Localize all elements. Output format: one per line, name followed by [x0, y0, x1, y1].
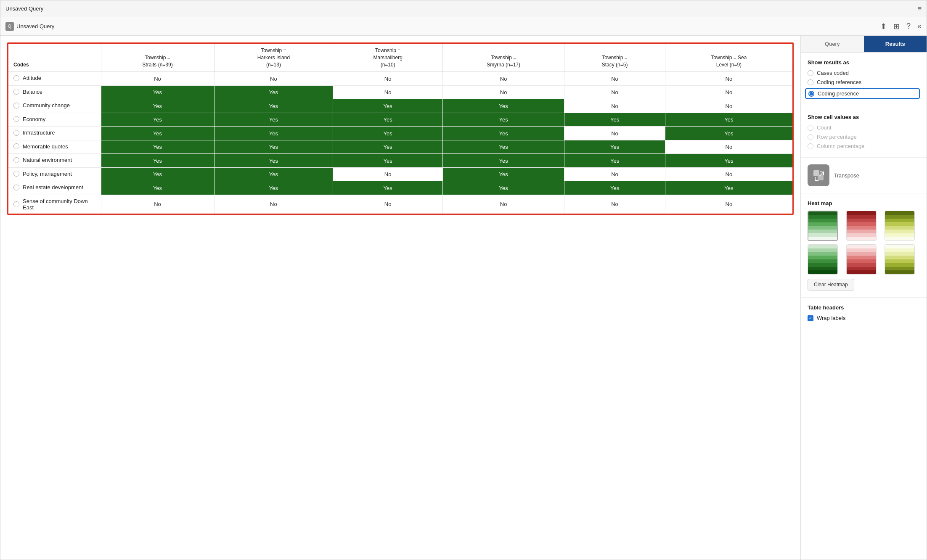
row-radio[interactable]	[13, 130, 19, 136]
value-cell: No	[443, 85, 564, 99]
show-cell-values-section: Show cell values as Count Row percentage…	[801, 107, 927, 158]
value-cell: Yes	[333, 113, 443, 127]
code-cell: Memorable quotes	[8, 140, 101, 154]
value-cell: No	[665, 99, 792, 113]
right-panel: Query Results Show results as Cases code…	[800, 36, 927, 560]
code-label: Policy, management	[23, 171, 72, 177]
row-radio[interactable]	[13, 116, 19, 122]
clear-heatmap-button[interactable]: Clear Heatmap	[808, 279, 854, 291]
value-cell: Yes	[214, 181, 333, 195]
value-cell: Yes	[443, 113, 564, 127]
table-headers-section: Table headers ✓ Wrap labels	[801, 298, 927, 328]
radio-row-percentage[interactable]	[808, 134, 813, 140]
heatmap-section: Heat map Clear Heatmap	[801, 193, 927, 298]
value-cell: No	[564, 72, 665, 86]
heatmap-swatch-green2[interactable]	[808, 244, 838, 275]
col-header-5: Township = SeaLevel (n=9)	[665, 44, 792, 72]
value-cell: No	[564, 127, 665, 140]
row-radio[interactable]	[13, 103, 19, 108]
code-cell: Natural environment	[8, 154, 101, 168]
transpose-icon[interactable]	[808, 164, 829, 186]
code-cell: Balance	[8, 85, 101, 99]
code-label: Natural environment	[23, 157, 72, 163]
value-cell: No	[564, 195, 665, 214]
value-cell: No	[333, 195, 443, 214]
label-row-percentage: Row percentage	[817, 134, 857, 140]
code-label: Attitude	[23, 75, 41, 81]
wrap-labels-option[interactable]: ✓ Wrap labels	[808, 315, 920, 321]
heatmap-swatch-red2[interactable]	[846, 244, 877, 275]
option-count[interactable]: Count	[808, 124, 920, 131]
option-row-percentage[interactable]: Row percentage	[808, 134, 920, 140]
radio-column-percentage[interactable]	[808, 143, 813, 149]
help-button[interactable]: ?	[906, 22, 911, 31]
heatmap-swatch-green1[interactable]	[808, 211, 838, 241]
table-row: Policy, managementYesYesNoYesNoNo	[8, 167, 792, 181]
row-radio[interactable]	[13, 185, 19, 190]
value-cell: Yes	[214, 140, 333, 154]
panel-tabs: Query Results	[801, 36, 927, 53]
tab-results[interactable]: Results	[864, 36, 927, 52]
heatmap-swatch-yellow-green2[interactable]	[885, 244, 915, 275]
results-table: Codes Township =Straits (n=39) Township …	[8, 44, 792, 214]
code-cell: Infrastructure	[8, 127, 101, 140]
col-header-1: Township =Harkers Island(n=13)	[214, 44, 333, 72]
row-radio[interactable]	[13, 201, 19, 207]
table-row: Natural environmentYesYesYesYesYesYes	[8, 154, 792, 168]
value-cell: No	[101, 195, 214, 214]
tab-query[interactable]: Query	[801, 36, 864, 52]
label-cases-coded: Cases coded	[817, 70, 849, 76]
transpose-svg	[812, 169, 825, 182]
share-button[interactable]: ⬆	[880, 22, 887, 31]
row-radio[interactable]	[13, 157, 19, 163]
value-cell: No	[564, 167, 665, 181]
option-cases-coded[interactable]: Cases coded	[808, 70, 920, 76]
option-coding-references[interactable]: Coding references	[808, 79, 920, 85]
radio-coding-presence[interactable]	[808, 91, 814, 97]
row-radio[interactable]	[13, 171, 19, 177]
label-coding-presence: Coding presence	[818, 90, 859, 97]
value-cell: No	[214, 72, 333, 86]
code-label: Balance	[23, 89, 42, 95]
wrap-labels-checkbox[interactable]: ✓	[808, 315, 813, 321]
table-row: BalanceYesYesNoNoNoNo	[8, 85, 792, 99]
radio-count[interactable]	[808, 125, 813, 131]
tab-title: Unsaved Query	[16, 23, 54, 29]
col-header-4: Township =Stacy (n=5)	[564, 44, 665, 72]
value-cell: No	[443, 195, 564, 214]
value-cell: Yes	[443, 140, 564, 154]
menu-icon[interactable]: ≡	[918, 5, 922, 13]
svg-rect-1	[818, 174, 824, 180]
collapse-button[interactable]: «	[917, 22, 922, 31]
row-radio[interactable]	[13, 143, 19, 149]
query-tab-icon: Q	[5, 22, 14, 31]
value-cell: Yes	[665, 113, 792, 127]
value-cell: No	[333, 167, 443, 181]
value-cell: Yes	[214, 99, 333, 113]
value-cell: No	[665, 85, 792, 99]
main-area: Codes Township =Straits (n=39) Township …	[0, 36, 800, 560]
heatmap-swatch-red1[interactable]	[846, 211, 877, 241]
tab-unsaved-query[interactable]: Q Unsaved Query	[5, 22, 54, 31]
heatmap-swatch-yellow-green1[interactable]	[885, 211, 915, 241]
option-coding-presence[interactable]: Coding presence	[805, 88, 920, 99]
show-results-section: Show results as Cases coded Coding refer…	[801, 53, 927, 107]
row-radio[interactable]	[13, 75, 19, 81]
value-cell: Yes	[101, 181, 214, 195]
table-row: EconomyYesYesYesYesYesYes	[8, 113, 792, 127]
value-cell: No	[564, 99, 665, 113]
layout-button[interactable]: ⊞	[893, 22, 900, 31]
value-cell: Yes	[564, 113, 665, 127]
value-cell: Yes	[214, 167, 333, 181]
radio-cases-coded[interactable]	[808, 70, 813, 76]
code-label: Sense of community Down East	[23, 198, 96, 211]
code-label: Memorable quotes	[23, 143, 68, 150]
table-row: Memorable quotesYesYesYesYesYesNo	[8, 140, 792, 154]
row-radio[interactable]	[13, 89, 19, 95]
value-cell: Yes	[214, 113, 333, 127]
value-cell: Yes	[101, 140, 214, 154]
radio-coding-references[interactable]	[808, 79, 813, 85]
window-title: Unsaved Query	[5, 5, 43, 12]
option-column-percentage[interactable]: Column percentage	[808, 143, 920, 149]
value-cell: No	[214, 195, 333, 214]
